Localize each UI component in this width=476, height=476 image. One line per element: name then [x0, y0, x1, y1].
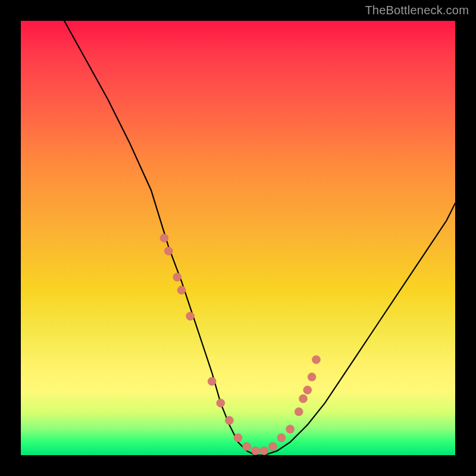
highlight-dot — [177, 286, 186, 295]
highlight-dot — [234, 434, 242, 442]
plot-area — [21, 21, 455, 455]
bottleneck-curve — [64, 21, 455, 455]
highlight-dot — [160, 234, 168, 242]
highlight-dot — [308, 373, 316, 381]
highlight-dots — [160, 234, 321, 455]
chart-frame: TheBottleneck.com — [0, 0, 476, 476]
highlight-dot — [251, 447, 259, 455]
highlight-dot — [186, 312, 195, 320]
highlight-dot — [217, 399, 225, 407]
highlight-dot — [225, 416, 233, 425]
highlight-dot — [303, 386, 312, 394]
watermark-text: TheBottleneck.com — [365, 4, 469, 17]
highlight-dot — [164, 247, 173, 255]
highlight-dot — [208, 377, 216, 386]
highlight-dot — [286, 425, 295, 433]
highlight-dot — [295, 408, 303, 416]
curve-svg — [21, 21, 455, 455]
highlight-dot — [277, 434, 286, 442]
highlight-dot — [299, 394, 308, 403]
highlight-dot — [260, 447, 268, 455]
highlight-dot — [312, 355, 320, 364]
highlight-dot — [268, 442, 277, 450]
highlight-dot — [173, 273, 181, 281]
highlight-dot — [243, 442, 251, 450]
